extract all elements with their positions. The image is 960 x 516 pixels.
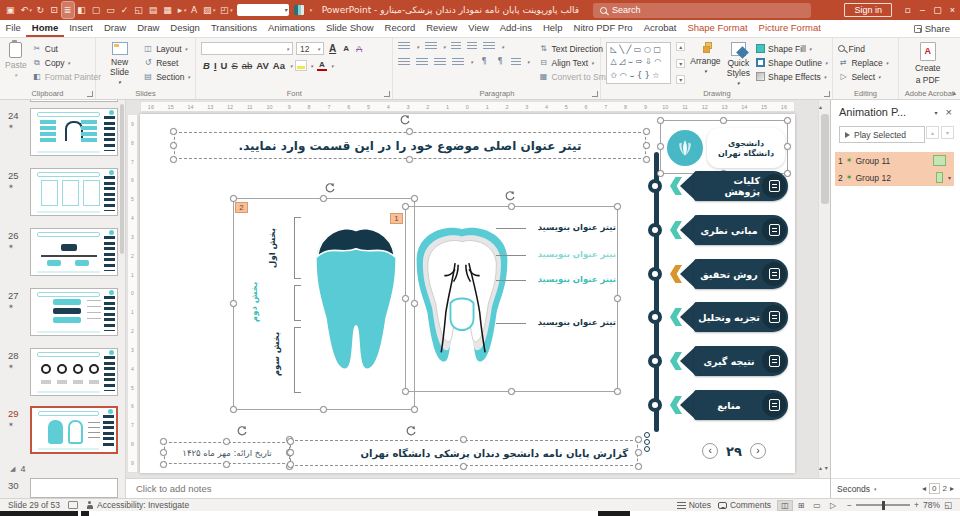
qat-icon[interactable]: ▸▾ bbox=[176, 2, 188, 18]
sign-in-button[interactable]: Sign in bbox=[844, 3, 892, 17]
ribbon-tab[interactable]: Nitro PDF Pro bbox=[568, 20, 638, 37]
thumbnail-slide-26[interactable]: 26✶ bbox=[0, 228, 126, 280]
move-earlier-icon[interactable]: ▴ bbox=[926, 126, 939, 139]
close-pane-icon[interactable]: × bbox=[946, 106, 952, 118]
scroll-up-icon[interactable]: ▴ bbox=[819, 103, 822, 110]
slide-scrollbar[interactable]: ▴ ▴ ▾ bbox=[818, 100, 830, 478]
qat-icon[interactable]: ▣ bbox=[4, 2, 18, 18]
rotate-handle-icon[interactable] bbox=[324, 182, 336, 194]
rotate-handle-icon[interactable] bbox=[504, 190, 516, 202]
search-box[interactable]: Search bbox=[593, 3, 811, 18]
university-badge-group[interactable]: دانشجوی دانشگاه تهران bbox=[660, 120, 788, 174]
bullets-icon[interactable] bbox=[398, 42, 410, 51]
qat-icon[interactable]: ↶▾ bbox=[19, 2, 34, 18]
align-center-icon[interactable] bbox=[416, 58, 428, 67]
thumbnail-scrollbar[interactable] bbox=[120, 104, 124, 254]
font-dialog-launcher[interactable] bbox=[384, 91, 390, 97]
font-style-toggle[interactable]: S bbox=[229, 60, 239, 71]
ribbon-tab[interactable]: Draw bbox=[98, 20, 131, 37]
thumbnail-slide-30-partial[interactable]: 30 bbox=[0, 478, 126, 498]
section-button[interactable]: ▤Section▾ bbox=[143, 70, 190, 83]
clipboard-dialog-launcher[interactable] bbox=[87, 91, 93, 97]
next-slide-icon[interactable]: ▾ bbox=[825, 464, 828, 471]
ribbon-tab[interactable]: Acrobat bbox=[638, 20, 682, 37]
qat-icon[interactable]: ↻ bbox=[35, 2, 48, 18]
cut-button[interactable]: ✂Cut bbox=[32, 42, 101, 55]
reset-button[interactable]: ↺Reset bbox=[143, 56, 190, 69]
timeline-left-icon[interactable]: ◂ bbox=[922, 484, 926, 493]
display-settings-icon[interactable] bbox=[68, 501, 78, 509]
ribbon-tab[interactable]: Draw bbox=[132, 20, 165, 37]
chevron-down-icon[interactable]: ▾ bbox=[935, 109, 938, 116]
fit-to-window-icon[interactable]: ◱ bbox=[944, 500, 952, 510]
play-selected-button[interactable]: Play Selected bbox=[839, 126, 925, 143]
shapes-gallery[interactable]: ◺ ╲ ╱ ▭ ○ ▢△ ◿ ⌣ ⇨ ⇩ ◠✩ ◠ ⌣ { } ☆ bbox=[606, 42, 671, 84]
font-size-combobox[interactable]: 12▾ bbox=[296, 42, 324, 55]
thumbnail-slide-28[interactable]: 28✶ bbox=[0, 348, 126, 400]
select-button[interactable]: ▷Select▾ bbox=[838, 70, 888, 83]
create-pdf-button[interactable]: Create a PDF bbox=[904, 42, 952, 85]
ribbon-tab[interactable]: Design bbox=[165, 20, 206, 37]
tooth-section-label[interactable]: بخش دوم bbox=[249, 282, 259, 322]
thumbnail-slide-23-partial[interactable] bbox=[0, 100, 126, 106]
increase-indent-icon[interactable] bbox=[467, 42, 477, 51]
slide-title-textbox[interactable]: تیتر عنوان اصلی موضوع خود را در این قسمت… bbox=[174, 132, 646, 159]
shape-fill-button[interactable]: Shape Fill▾ bbox=[756, 42, 827, 55]
replace-button[interactable]: ⇄Replace▾ bbox=[838, 56, 888, 69]
ribbon-tab[interactable]: File bbox=[0, 20, 26, 37]
ribbon-tab[interactable]: Review bbox=[421, 20, 463, 37]
ribbon-options-icon[interactable]: ▫ bbox=[900, 0, 915, 20]
comments-toggle[interactable]: Comments bbox=[718, 500, 771, 510]
ribbon-tab[interactable]: Shape Format bbox=[682, 20, 753, 37]
view-button[interactable]: ⊞ bbox=[794, 501, 808, 510]
line-spacing-icon[interactable] bbox=[483, 42, 495, 51]
highlight-color-icon[interactable] bbox=[295, 60, 307, 71]
tooth-part-label[interactable]: تیتر عنوان بنویسید bbox=[524, 274, 616, 287]
rtl-icon[interactable]: ¶ bbox=[495, 57, 505, 67]
theme-colors-icon[interactable] bbox=[294, 5, 304, 15]
chevron-down-icon[interactable]: ▾ bbox=[874, 486, 877, 492]
horizontal-ruler[interactable]: 1615141312111098765432101234567891011121… bbox=[140, 101, 795, 112]
ribbon-tab[interactable]: Add-ins bbox=[494, 20, 537, 37]
zoom-slider[interactable] bbox=[856, 504, 910, 506]
tooth-part-label[interactable]: تیتر عنوان بنویسید bbox=[524, 222, 616, 235]
timeline-right-icon[interactable]: ▸ bbox=[950, 484, 954, 493]
view-button[interactable]: ▷ bbox=[826, 501, 840, 510]
qat-combobox[interactable]: ▾ bbox=[237, 4, 289, 16]
zoom-out-icon[interactable]: − bbox=[847, 500, 852, 510]
footer-title-textbox[interactable]: گزارش پایان نامه دانشجو دندان پزشکی دانش… bbox=[290, 440, 638, 466]
tooth-diagram-right-group[interactable]: تیتر عنوان بنویسید تیتر عنوان بنویسید تی… bbox=[405, 206, 618, 392]
paste-button[interactable]: Paste▾ bbox=[5, 42, 27, 78]
minimize-button[interactable]: – bbox=[915, 0, 930, 20]
ltr-icon[interactable]: ¶ bbox=[479, 57, 489, 67]
tooth-section-label[interactable]: بخش اول bbox=[267, 228, 277, 268]
qat-icon[interactable]: A bbox=[189, 2, 200, 18]
new-slide-button[interactable]: New Slide▾ bbox=[101, 42, 138, 85]
sidebar-menu-item[interactable]: نتیجه گیری bbox=[648, 345, 790, 377]
notes-toggle[interactable]: Notes bbox=[677, 500, 711, 510]
view-button[interactable]: ▭ bbox=[810, 501, 824, 510]
close-button[interactable]: × bbox=[945, 0, 960, 20]
move-later-icon[interactable]: ▾ bbox=[941, 126, 954, 139]
shape-effects-button[interactable]: Shape Effects▾ bbox=[756, 70, 827, 83]
font-style-toggle[interactable]: I bbox=[212, 60, 219, 71]
ribbon-tab[interactable]: Transitions bbox=[205, 20, 262, 37]
ribbon-tab[interactable]: Animations bbox=[263, 20, 321, 37]
next-page-button[interactable]: › bbox=[750, 443, 766, 459]
slide-canvas[interactable]: تیتر عنوان اصلی موضوع خود را در این قسمت… bbox=[140, 114, 795, 473]
ribbon-tab[interactable]: View bbox=[463, 20, 494, 37]
justify-icon[interactable] bbox=[452, 58, 464, 67]
qat-icon[interactable]: ▢ bbox=[90, 2, 104, 18]
tooth-part-label[interactable]: تیتر عنوان بنویسید bbox=[524, 317, 616, 330]
rotate-handle-icon[interactable] bbox=[236, 425, 248, 437]
font-style-toggle[interactable]: B bbox=[201, 60, 212, 71]
thumbnail-slide-29-selected[interactable]: 29✶ bbox=[0, 406, 126, 458]
qat-overflow-icon[interactable]: ▾ bbox=[306, 2, 314, 18]
section-header-row[interactable]: ◢ 4 bbox=[10, 464, 25, 474]
thumbnail-slide-27[interactable]: 27✶ bbox=[0, 288, 126, 340]
zoom-slider-handle[interactable] bbox=[882, 501, 886, 510]
font-name-combobox[interactable]: ▾ bbox=[201, 42, 293, 55]
sidebar-menu-item[interactable]: کلیات پژوهش bbox=[648, 170, 790, 202]
animation-order-badge[interactable]: 2 bbox=[235, 202, 248, 213]
thumbnail-slide-25[interactable]: 25✶ bbox=[0, 168, 126, 220]
